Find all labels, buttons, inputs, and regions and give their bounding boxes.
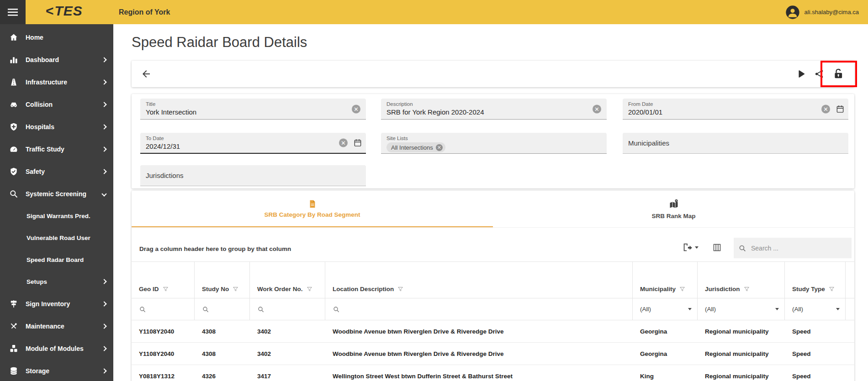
sidebar-item-speed-radar-board[interactable]: Speed Radar Board bbox=[0, 249, 113, 271]
cell-municipality: Georgina bbox=[633, 320, 698, 342]
search-icon bbox=[139, 306, 146, 313]
sidebar-item-sign-inventory[interactable]: Sign Inventory bbox=[0, 292, 113, 315]
filter-select-municipality[interactable]: (All) bbox=[633, 298, 698, 320]
tab-srb-rank-map[interactable]: SRB Rank Map bbox=[493, 191, 854, 227]
site-list-chip-label: All Intersections bbox=[391, 144, 433, 151]
header-filter-icon[interactable] bbox=[233, 286, 238, 292]
title-input[interactable] bbox=[146, 108, 347, 116]
filter-select-study-type[interactable]: (All) bbox=[785, 298, 846, 320]
cell-municipality: Georgina bbox=[633, 343, 698, 365]
chevron-right-icon bbox=[101, 368, 106, 373]
main-content: Speed Raidar Board Details bbox=[113, 24, 868, 381]
play-icon bbox=[796, 69, 806, 79]
sidebar-item-signal-warrants-pred[interactable]: Signal Warrants Pred. bbox=[0, 205, 113, 227]
table-row[interactable]: Y1108Y2040 4308 3402 Woodbine Avenue btw… bbox=[132, 320, 854, 343]
calendar-icon[interactable] bbox=[353, 138, 362, 147]
sidebar-item-setups[interactable]: Setups bbox=[0, 271, 113, 292]
table-row[interactable]: Y1108Y2040 4308 3402 Woodbine Avenue btw… bbox=[132, 343, 854, 365]
sidebar-item-collision[interactable]: Collision bbox=[0, 93, 113, 115]
clear-icon[interactable]: ✕ bbox=[593, 104, 601, 113]
column-header-geo-id[interactable]: Geo ID bbox=[132, 262, 195, 298]
cell-study-no: 4308 bbox=[195, 343, 250, 365]
jurisdictions-field[interactable]: Jurisdictions bbox=[140, 165, 366, 186]
sidebar-item-systemic-screening[interactable]: Systemic Screening bbox=[0, 183, 113, 205]
column-header-jurisdiction[interactable]: Jurisdiction bbox=[698, 262, 785, 298]
header-filter-icon[interactable] bbox=[829, 286, 835, 292]
unlock-button[interactable] bbox=[832, 68, 844, 80]
grid-search-input[interactable] bbox=[750, 244, 847, 252]
sidebar-item-label: Systemic Screening bbox=[26, 190, 102, 198]
filter-cell-geo-id[interactable] bbox=[132, 298, 195, 320]
sidebar-item-infrastructure[interactable]: Infrastructure bbox=[0, 71, 113, 93]
column-header-location-description[interactable]: Location Description bbox=[325, 262, 633, 298]
sidebar-item-maintenance[interactable]: Maintenance bbox=[0, 315, 113, 337]
column-header-municipality[interactable]: Municipality bbox=[633, 262, 698, 298]
toolbar-actions bbox=[796, 61, 844, 87]
filter-select-jurisdiction[interactable]: (All) bbox=[698, 298, 785, 320]
tab-srb-category-by-road-segment[interactable]: SRB Category By Road Segment bbox=[132, 191, 493, 227]
home-icon bbox=[9, 33, 18, 42]
cell-location-description: Woodbine Avenue btwn Riverglen Drive & R… bbox=[325, 320, 633, 342]
sidebar-item-dashboard[interactable]: Dashboard bbox=[0, 48, 113, 71]
cell-geo-id: Y1108Y2040 bbox=[132, 343, 195, 365]
search-icon bbox=[333, 306, 340, 313]
to-date-input[interactable] bbox=[146, 142, 334, 150]
dropdown-caret-icon bbox=[688, 308, 692, 310]
run-button[interactable] bbox=[796, 69, 806, 79]
clear-icon[interactable]: ✕ bbox=[339, 139, 348, 147]
clear-icon[interactable]: ✕ bbox=[821, 104, 830, 113]
filter-cell-study-no[interactable] bbox=[195, 298, 250, 320]
site-lists-field-label: Site Lists bbox=[386, 136, 601, 141]
sidebar-item-label: Module of Modules bbox=[26, 345, 102, 352]
hamburger-menu-button[interactable] bbox=[0, 0, 26, 24]
document-icon bbox=[308, 199, 317, 209]
back-arrow-icon bbox=[141, 68, 152, 79]
header-filter-icon[interactable] bbox=[307, 286, 312, 292]
column-chooser-button[interactable] bbox=[712, 243, 722, 252]
grid-header-row: Geo ID Study No Work Order No. Location … bbox=[132, 261, 854, 298]
table-row[interactable]: Y0818Y1312 4326 3417 Wellington Street W… bbox=[132, 365, 854, 381]
column-header-study-type[interactable]: Study Type bbox=[785, 262, 846, 298]
municipalities-field[interactable]: Municipalities bbox=[623, 133, 848, 154]
tab-label: SRB Rank Map bbox=[651, 213, 695, 219]
infrastructure-icon bbox=[9, 78, 18, 87]
sidebar-item-hospitals[interactable]: Hospitals bbox=[0, 115, 113, 138]
sidebar-item-traffic-study[interactable]: Traffic Study bbox=[0, 138, 113, 160]
sidebar-item-label: Traffic Study bbox=[26, 146, 102, 153]
sidebar-item-safety[interactable]: Safety bbox=[0, 160, 113, 183]
header-filter-icon[interactable] bbox=[679, 286, 685, 292]
dropdown-caret-icon bbox=[775, 308, 779, 310]
sidebar-item-home[interactable]: Home bbox=[0, 26, 113, 48]
column-header-work-order-no[interactable]: Work Order No. bbox=[250, 262, 325, 298]
sidebar-item-storage[interactable]: Storage bbox=[0, 360, 113, 381]
export-dropdown-caret-icon[interactable] bbox=[695, 246, 699, 249]
header-filter-icon[interactable] bbox=[397, 286, 403, 292]
storage-icon bbox=[9, 366, 18, 376]
region-title: Region of York bbox=[119, 8, 170, 16]
tes-logo-mark: < bbox=[46, 3, 54, 18]
calendar-icon[interactable] bbox=[836, 104, 845, 114]
sidebar-item-module-of-modules[interactable]: Module of Modules bbox=[0, 337, 113, 360]
filter-select-value: (All) bbox=[640, 306, 651, 313]
back-button[interactable] bbox=[141, 68, 152, 79]
cell-location-description: Wellington Street West btwn Dufferin Str… bbox=[325, 365, 633, 381]
column-header-study-no[interactable]: Study No bbox=[195, 262, 250, 298]
header-filter-icon[interactable] bbox=[744, 286, 750, 292]
systemic-screening-icon bbox=[9, 189, 18, 198]
sidebar-item-vulnerable-road-user[interactable]: Vulnerable Road User bbox=[0, 227, 113, 249]
header-filter-icon[interactable] bbox=[163, 286, 169, 292]
description-input[interactable] bbox=[386, 108, 587, 116]
chip-remove-icon[interactable]: ✕ bbox=[436, 144, 443, 151]
cell-study-type: Speed bbox=[785, 343, 846, 365]
filter-cell-work-order-no[interactable] bbox=[250, 298, 325, 320]
filter-cell-location-description[interactable] bbox=[325, 298, 633, 320]
share-button[interactable] bbox=[814, 69, 824, 79]
from-date-input[interactable] bbox=[628, 108, 816, 116]
clear-icon[interactable]: ✕ bbox=[352, 104, 360, 113]
user-avatar-icon[interactable] bbox=[785, 5, 800, 20]
site-list-chip[interactable]: All Intersections ✕ bbox=[386, 142, 445, 152]
traffic-study-icon bbox=[9, 145, 18, 154]
export-button[interactable] bbox=[682, 242, 692, 252]
search-icon bbox=[202, 306, 209, 313]
tes-logo[interactable]: <TES bbox=[46, 3, 83, 19]
